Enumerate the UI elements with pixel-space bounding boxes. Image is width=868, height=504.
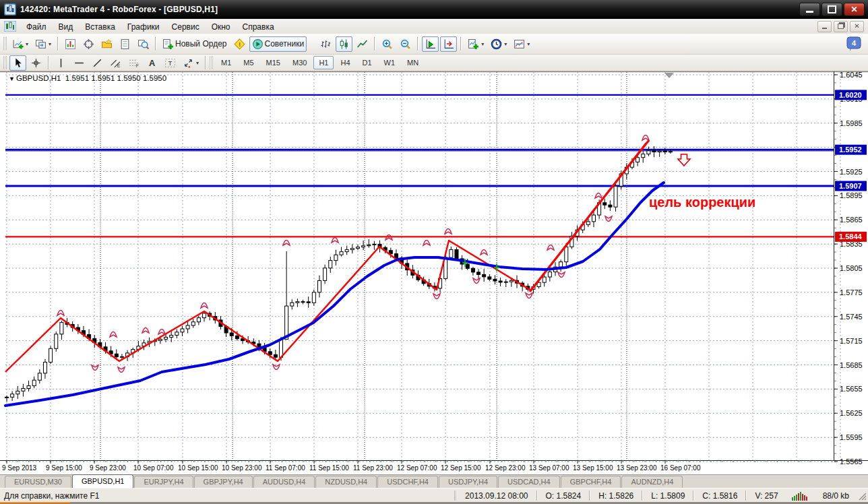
fibonacci-button[interactable]: F <box>125 55 142 71</box>
templates-button[interactable]: ▾ <box>511 36 532 52</box>
chart-tab-gbpchf-h4[interactable]: GBPCHF,H4 <box>561 476 621 488</box>
new-order-button[interactable]: Новый Ордер <box>160 36 229 52</box>
svg-text:1.5895: 1.5895 <box>840 191 863 199</box>
dropdown-caret-icon[interactable]: ▾ <box>49 41 51 47</box>
status-field-4: C: 1.5816 <box>694 491 745 501</box>
horizontal-line-button[interactable] <box>71 55 88 71</box>
chart-window[interactable]: цель коррекции1.60451.60151.59851.59551.… <box>0 71 868 474</box>
dropdown-caret-icon[interactable]: ▾ <box>504 41 507 47</box>
menu-файл[interactable]: Файл <box>20 21 53 33</box>
periods-icon <box>491 38 502 50</box>
expert-advisors-button[interactable]: Советники <box>249 36 307 52</box>
menu-сервис[interactable]: Сервис <box>166 21 206 33</box>
menu-окно[interactable]: Окно <box>206 21 237 33</box>
profiles-button[interactable]: ▾ <box>32 36 54 52</box>
timeframe-d1-button[interactable]: D1 <box>357 56 377 69</box>
zoom-in-button[interactable] <box>379 36 396 52</box>
strategy-tester-button[interactable] <box>135 36 152 52</box>
timeframe-m15-button[interactable]: M15 <box>261 56 286 69</box>
text-label-button[interactable]: T <box>162 55 179 71</box>
svg-text:1.5775: 1.5775 <box>840 288 863 296</box>
toolbar-grip[interactable] <box>3 37 7 51</box>
toolbar-grip[interactable] <box>3 56 7 69</box>
trend-line-button[interactable] <box>89 55 106 71</box>
status-field-0: 2013.09.12 08:00 <box>457 491 536 501</box>
timeframe-h1-button[interactable]: H1 <box>313 56 334 69</box>
resize-grip[interactable] <box>857 491 867 501</box>
auto-scroll-button[interactable] <box>422 36 439 52</box>
child-minimize-button[interactable] <box>817 21 832 32</box>
chart-tab-gbpusd-h1[interactable]: GBPUSD,H1 <box>72 474 134 488</box>
svg-text:11 Sep 15:00: 11 Sep 15:00 <box>309 464 349 472</box>
svg-text:9 Sep 23:00: 9 Sep 23:00 <box>90 464 126 472</box>
arrows-button[interactable]: ▾ <box>180 55 202 71</box>
menu-bar: ФайлВидВставкаГрафикиСервисОкноСправка ✕ <box>0 19 868 34</box>
svg-text:1.5595: 1.5595 <box>840 433 863 441</box>
chart-shift-button[interactable] <box>440 36 457 52</box>
chart-tab-eurjpy-h4[interactable]: EURJPY,H4 <box>134 476 193 488</box>
child-restore-button[interactable] <box>834 21 848 32</box>
vertical-line-button[interactable] <box>53 55 69 71</box>
crosshair-button[interactable] <box>28 55 44 71</box>
chart-plus-icon <box>12 38 24 50</box>
zoom-out-button[interactable] <box>397 36 414 52</box>
menu-вид[interactable]: Вид <box>53 21 80 33</box>
minimize-button[interactable] <box>799 3 820 16</box>
svg-text:A: A <box>149 58 155 68</box>
candle-chart-mode-button[interactable] <box>336 36 352 52</box>
chart-tab-usdchf-h4[interactable]: USDCHF,H4 <box>377 476 438 488</box>
timeframe-m1-button[interactable]: M1 <box>216 56 237 69</box>
equidistant-channel-button[interactable]: E <box>107 55 124 71</box>
timeframe-mn-button[interactable]: MN <box>402 56 424 69</box>
new-chart-button[interactable]: ▾ <box>9 36 31 52</box>
data-window-button[interactable] <box>80 36 97 52</box>
child-close-button[interactable]: ✕ <box>850 21 864 32</box>
dropdown-caret-icon[interactable]: ▾ <box>527 41 530 47</box>
svg-text:12 Sep 23:00: 12 Sep 23:00 <box>485 464 526 472</box>
fibo-icon: F <box>128 57 140 69</box>
bar-chart-mode-button[interactable] <box>317 36 334 52</box>
svg-text:13 Sep 07:00: 13 Sep 07:00 <box>529 464 569 472</box>
terminal-button[interactable] <box>117 36 133 52</box>
status-field-2: H: 1.5826 <box>590 491 642 501</box>
alert-button[interactable]: ! <box>231 36 248 52</box>
svg-text:9 Sep 15:00: 9 Sep 15:00 <box>46 464 82 472</box>
dropdown-caret-icon[interactable]: ▾ <box>26 41 28 47</box>
chart-tab-eurusd-m30[interactable]: EURUSD,M30 <box>5 476 71 488</box>
chart-tab-gbpjpy-h4[interactable]: GBPJPY,H4 <box>194 476 253 488</box>
svg-text:1.5745: 1.5745 <box>840 313 863 321</box>
mql4-community-icon[interactable]: 4 <box>845 36 863 52</box>
line-chart-mode-button[interactable] <box>354 36 371 52</box>
maximize-button[interactable] <box>822 3 842 16</box>
timeframe-m30-button[interactable]: M30 <box>287 56 312 69</box>
timeframe-h4-button[interactable]: H4 <box>335 56 355 69</box>
chart-tab-nzdusd-h4[interactable]: NZDUSD,H4 <box>315 476 377 488</box>
dropdown-caret-icon[interactable]: ▾ <box>481 41 484 47</box>
toolbar-grip[interactable] <box>210 56 213 69</box>
navigator-button[interactable] <box>98 36 115 52</box>
cursor-button[interactable] <box>9 55 26 71</box>
indicators-button[interactable]: ▾ <box>465 36 487 52</box>
chart-tab-audnzd-h4[interactable]: AUDNZD,H4 <box>621 476 683 488</box>
menu-вставка[interactable]: Вставка <box>79 21 121 33</box>
chart-tab-usdjpy-h4[interactable]: USDJPY,H4 <box>439 476 497 488</box>
timeframe-m5-button[interactable]: M5 <box>238 56 259 69</box>
menu-графики[interactable]: Графики <box>121 21 166 33</box>
toolbar-separator <box>374 37 375 51</box>
periods-button[interactable]: ▾ <box>488 36 509 52</box>
menu-items: ФайлВидВставкаГрафикиСервисОкноСправка <box>20 20 280 32</box>
price-chart[interactable]: цель коррекции1.60451.60151.59851.59551.… <box>0 71 868 474</box>
crosshair-icon <box>30 57 42 69</box>
menu-справка[interactable]: Справка <box>237 21 280 33</box>
text-button[interactable]: A <box>144 55 160 71</box>
svg-text:1.5685: 1.5685 <box>840 361 863 369</box>
chart-tab-usdcad-h4[interactable]: USDCAD,H4 <box>498 476 560 488</box>
svg-text:!: ! <box>238 40 240 48</box>
hline-icon <box>73 57 85 69</box>
dropdown-caret-icon[interactable]: ▾ <box>196 60 199 66</box>
window-controls: ✕ <box>799 3 868 16</box>
chart-tab-audusd-h4[interactable]: AUDUSD,H4 <box>253 476 315 488</box>
close-button[interactable]: ✕ <box>844 3 865 16</box>
market-watch-button[interactable] <box>62 36 79 52</box>
timeframe-w1-button[interactable]: W1 <box>379 56 401 69</box>
